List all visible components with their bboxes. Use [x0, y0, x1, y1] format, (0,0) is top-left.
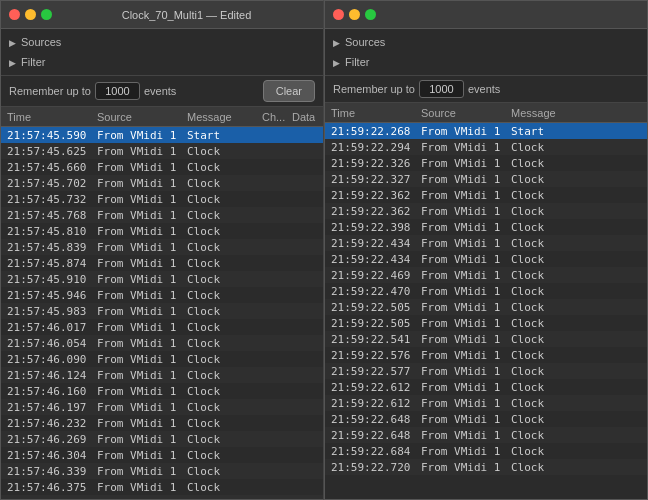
table-row[interactable]: 21:57:46.197 From VMidi 1 Clock: [1, 399, 323, 415]
cell-message: Clock: [509, 381, 643, 394]
table-row[interactable]: 21:57:45.702 From VMidi 1 Clock: [1, 175, 323, 191]
table-row[interactable]: 21:59:22.469 From VMidi 1 Clock: [325, 267, 647, 283]
cell-message: Clock: [185, 385, 260, 398]
cell-message: Clock: [185, 417, 260, 430]
cell-time: 21:59:22.362: [329, 189, 419, 202]
sources-row-right: ▶ Sources: [333, 33, 639, 51]
cell-time: 21:59:22.612: [329, 397, 419, 410]
cell-source: From VMidi 1: [95, 129, 185, 142]
minimize-button-left[interactable]: [25, 9, 36, 20]
table-row[interactable]: 21:57:45.625 From VMidi 1 Clock: [1, 143, 323, 159]
table-row[interactable]: 21:57:46.339 From VMidi 1 Clock: [1, 463, 323, 479]
cell-message: Clock: [185, 465, 260, 478]
table-row[interactable]: 21:57:45.590 From VMidi 1 Start: [1, 127, 323, 143]
table-row[interactable]: 21:57:45.839 From VMidi 1 Clock: [1, 239, 323, 255]
table-row[interactable]: 21:57:46.017 From VMidi 1 Clock: [1, 319, 323, 335]
traffic-lights-left: [9, 9, 52, 20]
cell-message: Clock: [509, 397, 643, 410]
table-row[interactable]: 21:59:22.505 From VMidi 1 Clock: [325, 299, 647, 315]
table-row[interactable]: 21:59:22.362 From VMidi 1 Clock: [325, 187, 647, 203]
table-row[interactable]: 21:57:46.269 From VMidi 1 Clock: [1, 431, 323, 447]
cell-source: From VMidi 1: [95, 177, 185, 190]
table-row[interactable]: 21:57:45.732 From VMidi 1 Clock: [1, 191, 323, 207]
table-row[interactable]: 21:59:22.684 From VMidi 1 Clock: [325, 443, 647, 459]
table-row[interactable]: 21:57:46.090 From VMidi 1 Clock: [1, 351, 323, 367]
cell-message: Clock: [185, 353, 260, 366]
sources-label-left: Sources: [21, 36, 61, 48]
table-row[interactable]: 21:57:45.874 From VMidi 1 Clock: [1, 255, 323, 271]
table-row[interactable]: 21:57:46.160 From VMidi 1 Clock: [1, 383, 323, 399]
table-row[interactable]: 21:57:46.304 From VMidi 1 Clock: [1, 447, 323, 463]
table-row[interactable]: 21:59:22.434 From VMidi 1 Clock: [325, 235, 647, 251]
maximize-button-right[interactable]: [365, 9, 376, 20]
cell-source: From VMidi 1: [95, 497, 185, 500]
table-row[interactable]: 21:57:46.124 From VMidi 1 Clock: [1, 367, 323, 383]
cell-source: From VMidi 1: [419, 333, 509, 346]
table-row[interactable]: 21:59:22.577 From VMidi 1 Clock: [325, 363, 647, 379]
cell-source: From VMidi 1: [95, 417, 185, 430]
filter-row-left: ▶ Filter: [9, 53, 315, 71]
table-row[interactable]: 21:57:46.410 From VMidi 1 Clock: [1, 495, 323, 499]
table-header-right: Time Source Message: [325, 103, 647, 123]
remember-label-left: Remember up to: [9, 85, 91, 97]
cell-message: Clock: [509, 413, 643, 426]
events-input-right[interactable]: [419, 80, 464, 98]
cell-message: Clock: [509, 237, 643, 250]
cell-message: Clock: [509, 349, 643, 362]
table-row[interactable]: 21:59:22.294 From VMidi 1 Clock: [325, 139, 647, 155]
table-row[interactable]: 21:57:45.983 From VMidi 1 Clock: [1, 303, 323, 319]
right-toolbar: ▶ Sources ▶ Filter: [325, 29, 647, 76]
table-row[interactable]: 21:57:45.660 From VMidi 1 Clock: [1, 159, 323, 175]
table-row[interactable]: 21:59:22.362 From VMidi 1 Clock: [325, 203, 647, 219]
table-row[interactable]: 21:57:46.232 From VMidi 1 Clock: [1, 415, 323, 431]
table-row[interactable]: 21:57:45.768 From VMidi 1 Clock: [1, 207, 323, 223]
cell-source: From VMidi 1: [419, 349, 509, 362]
table-row[interactable]: 21:57:46.054 From VMidi 1 Clock: [1, 335, 323, 351]
events-input-left[interactable]: [95, 82, 140, 100]
cell-time: 21:57:46.304: [5, 449, 95, 462]
cell-time: 21:57:45.590: [5, 129, 95, 142]
titlebar-right: [325, 1, 647, 29]
sources-triangle-icon-left: ▶: [9, 38, 17, 46]
cell-source: From VMidi 1: [95, 369, 185, 382]
table-row[interactable]: 21:59:22.470 From VMidi 1 Clock: [325, 283, 647, 299]
table-row[interactable]: 21:59:22.327 From VMidi 1 Clock: [325, 171, 647, 187]
table-row[interactable]: 21:59:22.326 From VMidi 1 Clock: [325, 155, 647, 171]
cell-message: Clock: [185, 305, 260, 318]
table-row[interactable]: 21:59:22.434 From VMidi 1 Clock: [325, 251, 647, 267]
cell-source: From VMidi 1: [95, 161, 185, 174]
table-body-left[interactable]: 21:57:45.590 From VMidi 1 Start 21:57:45…: [1, 127, 323, 499]
table-body-right[interactable]: 21:59:22.268 From VMidi 1 Start 21:59:22…: [325, 123, 647, 499]
minimize-button-right[interactable]: [349, 9, 360, 20]
cell-source: From VMidi 1: [95, 305, 185, 318]
cell-time: 21:59:22.576: [329, 349, 419, 362]
cell-message: Clock: [509, 317, 643, 330]
table-row[interactable]: 21:59:22.505 From VMidi 1 Clock: [325, 315, 647, 331]
table-row[interactable]: 21:57:46.375 From VMidi 1 Clock: [1, 479, 323, 495]
cell-time: 21:59:22.434: [329, 253, 419, 266]
cell-message: Clock: [509, 205, 643, 218]
table-row[interactable]: 21:59:22.541 From VMidi 1 Clock: [325, 331, 647, 347]
table-row[interactable]: 21:59:22.576 From VMidi 1 Clock: [325, 347, 647, 363]
table-row[interactable]: 21:59:22.648 From VMidi 1 Clock: [325, 427, 647, 443]
cell-time: 21:59:22.470: [329, 285, 419, 298]
table-row[interactable]: 21:59:22.398 From VMidi 1 Clock: [325, 219, 647, 235]
table-row[interactable]: 21:59:22.612 From VMidi 1 Clock: [325, 379, 647, 395]
cell-message: Clock: [509, 445, 643, 458]
cell-source: From VMidi 1: [419, 381, 509, 394]
cell-source: From VMidi 1: [419, 429, 509, 442]
close-button-right[interactable]: [333, 9, 344, 20]
table-row[interactable]: 21:59:22.720 From VMidi 1 Clock: [325, 459, 647, 475]
table-row[interactable]: 21:57:45.946 From VMidi 1 Clock: [1, 287, 323, 303]
cell-source: From VMidi 1: [419, 461, 509, 474]
clear-button[interactable]: Clear: [263, 80, 315, 102]
table-row[interactable]: 21:59:22.612 From VMidi 1 Clock: [325, 395, 647, 411]
close-button-left[interactable]: [9, 9, 20, 20]
maximize-button-left[interactable]: [41, 9, 52, 20]
table-row[interactable]: 21:59:22.648 From VMidi 1 Clock: [325, 411, 647, 427]
table-row[interactable]: 21:57:45.810 From VMidi 1 Clock: [1, 223, 323, 239]
table-row[interactable]: 21:57:45.910 From VMidi 1 Clock: [1, 271, 323, 287]
cell-source: From VMidi 1: [419, 173, 509, 186]
table-row[interactable]: 21:59:22.268 From VMidi 1 Start: [325, 123, 647, 139]
cell-time: 21:57:46.375: [5, 481, 95, 494]
